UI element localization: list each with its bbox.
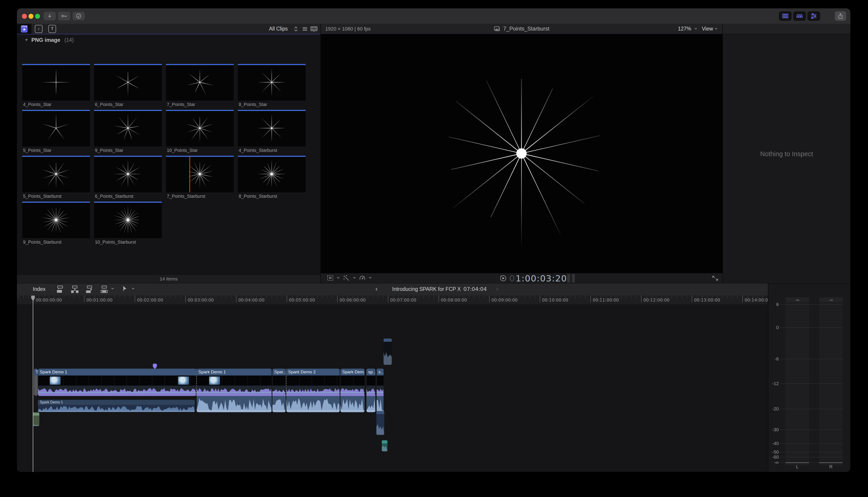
clip-thumbnail[interactable] [238, 156, 305, 192]
transform-crop-icon[interactable] [327, 274, 334, 281]
clip-name: Spark Demo 2 [286, 369, 340, 375]
timeline-ruler[interactable]: 00:00:00:0000:01:00:0000:02:00:0000:03:0… [17, 295, 767, 304]
clip-label: 9_Points_Star [95, 148, 163, 153]
connected-storyline-clip[interactable]: Spark Demo 1 [38, 400, 195, 412]
disclosure-triangle-icon[interactable]: ▼ [25, 38, 28, 42]
clip-label: 8_Points_Star [239, 102, 307, 107]
video-clip[interactable]: s… [376, 369, 384, 412]
meter-scale-label: -12 [769, 381, 779, 386]
sidebar-tab-photos-audio[interactable]: ♪ [31, 24, 46, 34]
clip-thumbnail[interactable] [22, 110, 90, 146]
minimize-button[interactable] [28, 14, 33, 19]
frame-thumbnail [209, 377, 220, 385]
video-clip[interactable]: Spark Demo 2 [286, 369, 340, 412]
clip-filmstrip [340, 375, 365, 386]
starburst-image [238, 156, 305, 192]
index-button[interactable]: Index [33, 286, 45, 292]
clip-thumbnail[interactable] [22, 64, 90, 101]
project-title[interactable]: Introducing SPARK for FCP X [392, 286, 461, 292]
clip-thumbnail[interactable] [166, 110, 234, 146]
pause-bars-icon [565, 274, 575, 283]
zoom-level-dropdown[interactable]: 127% [678, 26, 691, 32]
connected-clip[interactable] [382, 440, 387, 451]
clip-thumbnail[interactable] [22, 202, 90, 238]
starburst-image [238, 110, 305, 146]
ruler-timecode: 00:14:00:00 [744, 297, 771, 302]
clip-thumbnail[interactable] [94, 110, 162, 146]
keyword-editor-button[interactable] [58, 12, 70, 20]
show-inspector-toggle[interactable] [808, 11, 820, 21]
timeline-toolbar: Index ‹ Introducing SPARK for FCP X 07:0… [17, 283, 850, 296]
clip-thumbnail[interactable] [166, 156, 234, 192]
background-tasks-button[interactable] [73, 12, 85, 20]
clip-thumbnail[interactable] [238, 64, 305, 101]
retime-speedometer-icon[interactable] [359, 274, 366, 281]
connected-clip[interactable] [384, 339, 392, 365]
clip-thumbnail[interactable] [94, 64, 162, 101]
meter-scale-label: 6 [769, 302, 779, 307]
updown-chevron-icon[interactable] [294, 26, 298, 32]
item-count: 14 items [160, 276, 177, 282]
connected-clip[interactable] [376, 411, 384, 435]
meter-gridline [780, 443, 843, 444]
meter-scale-label: -60 [769, 455, 779, 460]
timeline-panel: Index ‹ Introducing SPARK for FCP X 07:0… [17, 283, 850, 472]
meter-column-right [819, 302, 843, 466]
fullscreen-icon[interactable] [712, 275, 718, 281]
zoom-button[interactable] [35, 14, 40, 19]
star-image [94, 110, 162, 146]
video-clip[interactable]: sp… [366, 369, 375, 412]
connect-edit-icon[interactable] [56, 285, 65, 293]
ruler-timecode: 00:12:00:00 [643, 297, 670, 302]
list-view-icon[interactable] [302, 26, 308, 32]
project-forward-chevron[interactable]: › [496, 285, 498, 293]
sidebar-tab-titles[interactable]: T [45, 24, 59, 34]
enhancements-wand-icon[interactable] [343, 274, 350, 281]
insert-edit-icon[interactable] [71, 285, 80, 293]
browser-group-header[interactable]: ▼ PNG image (14) [17, 36, 74, 44]
sidebar-tab-library[interactable]: ★ [17, 24, 31, 34]
video-clip[interactable]: Spark Demo 1 [38, 369, 196, 396]
ruler-timecode: 00:06:00:00 [340, 297, 366, 302]
share-button[interactable] [835, 11, 846, 21]
chevron-down-icon [694, 27, 698, 30]
viewer-panel: 1920 × 1080 | 60 fps 7_Points_Starburst … [321, 24, 723, 283]
ruler-timecode: 00:07:00:00 [390, 297, 416, 302]
starburst-image [22, 156, 90, 192]
timeline-tracks[interactable]: TSpark Demo 1Spark Demo 1Spar…Spark Demo… [17, 304, 767, 472]
project-back-chevron[interactable]: ‹ [375, 285, 378, 293]
video-clip[interactable]: Spar… [272, 369, 286, 412]
marker-pin[interactable] [153, 364, 157, 369]
clip-thumbnail[interactable] [94, 202, 162, 238]
ruler-timecode: 00:00:00:00 [36, 297, 62, 302]
clip-thumbnail[interactable] [238, 110, 305, 146]
ruler-timecode: 00:02:00:00 [137, 297, 163, 302]
clip-thumbnail[interactable] [166, 64, 234, 101]
import-button[interactable] [44, 12, 56, 20]
clip-thumbnail[interactable] [22, 156, 90, 192]
title-clip[interactable]: T [34, 369, 38, 396]
arrow-tool-icon[interactable] [122, 285, 128, 293]
clip-thumbnail[interactable] [94, 156, 162, 192]
connected-clip[interactable] [33, 412, 39, 426]
clip-filter-dropdown[interactable]: All Clips [269, 26, 288, 32]
clip-filmstrip [197, 375, 272, 386]
overwrite-edit-icon[interactable] [100, 285, 109, 293]
close-button[interactable] [22, 14, 27, 19]
view-menu[interactable]: View [702, 26, 713, 32]
show-timeline-toggle[interactable] [793, 11, 806, 21]
playhead-line[interactable] [33, 299, 33, 472]
star-image [94, 64, 162, 101]
video-clip[interactable]: Spark Dem… [340, 369, 365, 412]
clip-filmstrip [366, 375, 375, 386]
video-clip[interactable]: Spark Demo 1 [197, 369, 272, 412]
viewer-canvas[interactable] [321, 34, 723, 289]
clip-expanded-waveform [197, 396, 272, 412]
append-edit-icon[interactable] [85, 285, 94, 293]
starburst-image [166, 156, 234, 192]
ruler-timecode: 00:08:00:00 [441, 297, 467, 302]
filmstrip-view-icon[interactable] [310, 26, 318, 32]
play-loop-icon[interactable] [499, 274, 507, 282]
viewer-timecode[interactable]: 1:00:03:20 [516, 273, 567, 283]
show-browser-toggle[interactable] [779, 11, 792, 21]
